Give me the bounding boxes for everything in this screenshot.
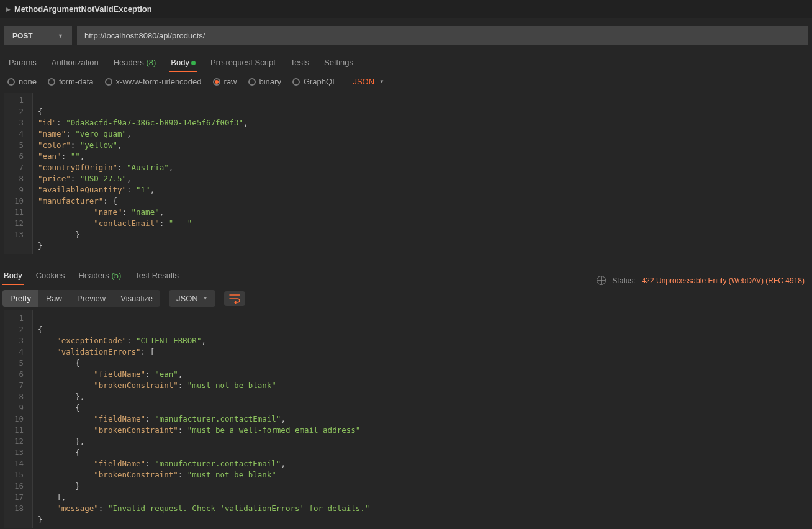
radio-binary-label: binary <box>259 77 281 86</box>
response-tabs-row: Body Cookies Headers (5) Test Results St… <box>0 265 812 285</box>
radio-formdata-label: form-data <box>59 77 94 86</box>
tab-authorization[interactable]: Authorization <box>50 54 100 72</box>
radio-icon <box>213 78 220 86</box>
radio-none-label: none <box>19 77 37 86</box>
code[interactable]: { "id": "0da8acfd-f9a7-386c-b890-14e5f67… <box>32 93 808 254</box>
resp-tab-body[interactable]: Body <box>2 267 24 285</box>
bodytype-row: none form-data x-www-form-urlencoded raw… <box>0 72 812 93</box>
radio-raw-label: raw <box>224 77 237 86</box>
response-format-select[interactable]: JSON ▼ <box>169 290 215 307</box>
dot-indicator-icon <box>191 61 196 65</box>
radio-urlencoded[interactable]: x-www-form-urlencoded <box>105 77 202 86</box>
view-raw[interactable]: Raw <box>38 290 70 307</box>
radio-icon <box>248 78 256 86</box>
raw-format-label: JSON <box>353 77 374 86</box>
tab-body-label: Body <box>171 58 189 67</box>
view-preview[interactable]: Preview <box>70 290 113 307</box>
status-value: 422 Unprocessable Entity (WebDAV) (RFC 4… <box>642 276 805 285</box>
raw-format-select[interactable]: JSON▼ <box>353 77 384 86</box>
request-row: POST ▼ <box>0 18 812 52</box>
resp-tab-headers-count: (5) <box>111 271 121 280</box>
resp-tab-cookies[interactable]: Cookies <box>35 267 66 285</box>
gutter: 123456789101112131415161718 <box>4 310 32 528</box>
tab-settings[interactable]: Settings <box>323 54 354 72</box>
method-select[interactable]: POST ▼ <box>4 26 72 45</box>
wrap-lines-button[interactable] <box>224 291 245 306</box>
globe-icon[interactable] <box>597 276 606 285</box>
tab-params[interactable]: Params <box>7 54 38 72</box>
resp-tab-headers-label: Headers <box>79 271 109 280</box>
code[interactable]: { "exceptionCode": "CLIENT_ERROR", "vali… <box>32 310 808 528</box>
gutter: 12345678910111213 <box>4 93 32 254</box>
view-visualize[interactable]: Visualize <box>113 290 160 307</box>
radio-icon <box>105 78 112 86</box>
request-body-editor[interactable]: 12345678910111213 { "id": "0da8acfd-f9a7… <box>4 93 808 254</box>
tab-headers[interactable]: Headers (8) <box>112 54 158 72</box>
chevron-down-icon: ▼ <box>379 79 384 84</box>
chevron-down-icon: ▼ <box>58 33 63 39</box>
tab-headers-count: (8) <box>146 58 156 67</box>
resp-tab-headers[interactable]: Headers (5) <box>78 267 123 285</box>
tab-body[interactable]: Body <box>169 54 197 72</box>
tab-tests[interactable]: Tests <box>289 54 310 72</box>
request-title: MethodArgumentNotValidException <box>14 4 152 14</box>
tab-prerequest[interactable]: Pre-request Script <box>209 54 277 72</box>
radio-icon <box>292 78 300 86</box>
wrap-icon <box>229 294 240 304</box>
url-input[interactable] <box>77 26 808 45</box>
expand-icon[interactable]: ▶ <box>6 6 11 12</box>
radio-icon <box>48 78 55 86</box>
radio-binary[interactable]: binary <box>248 77 281 86</box>
view-seg: Pretty Raw Preview Visualize <box>2 290 160 307</box>
radio-graphql-label: GraphQL <box>304 77 336 86</box>
radio-urlenc-label: x-www-form-urlencoded <box>116 77 202 86</box>
status-area: Status: 422 Unprocessable Entity (WebDAV… <box>597 276 805 285</box>
view-pretty[interactable]: Pretty <box>2 290 38 307</box>
radio-icon <box>7 78 15 86</box>
method-label: POST <box>12 32 33 40</box>
radio-formdata[interactable]: form-data <box>48 77 94 86</box>
resp-tab-testresults[interactable]: Test Results <box>133 267 180 285</box>
radio-graphql[interactable]: GraphQL <box>292 77 336 86</box>
radio-none[interactable]: none <box>7 77 37 86</box>
response-format-label: JSON <box>176 294 198 303</box>
response-body-viewer[interactable]: 123456789101112131415161718 { "exception… <box>4 310 808 528</box>
view-tabs: Pretty Raw Preview Visualize JSON ▼ <box>0 285 812 310</box>
status-label: Status: <box>612 276 635 285</box>
tab-headers-label: Headers <box>114 58 144 67</box>
request-tabs: Params Authorization Headers (8) Body Pr… <box>0 52 812 72</box>
titlebar: ▶ MethodArgumentNotValidException <box>0 0 812 18</box>
chevron-down-icon: ▼ <box>203 296 208 301</box>
radio-raw[interactable]: raw <box>213 77 237 86</box>
